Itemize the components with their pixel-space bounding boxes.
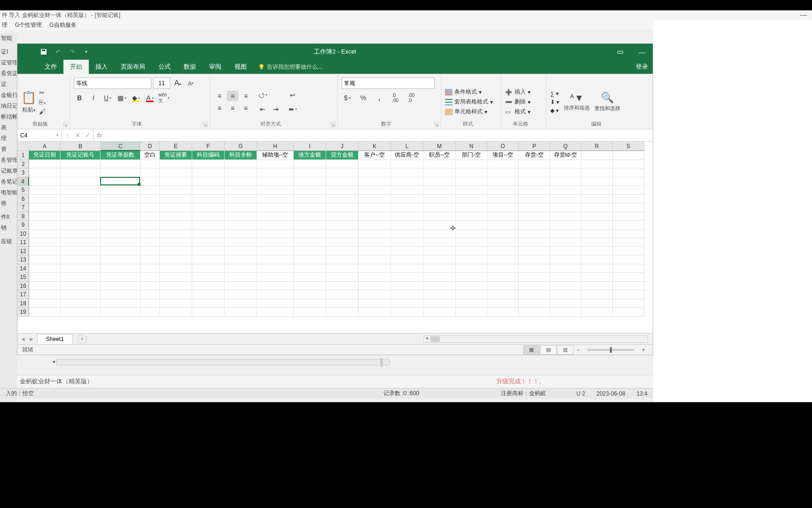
decrease-indent-icon[interactable]: ⇤ <box>257 104 268 114</box>
cell[interactable] <box>61 308 101 317</box>
cell[interactable] <box>359 221 391 230</box>
quick-access-toolbar[interactable]: ↶ ↷ ▾ <box>17 48 90 56</box>
redo-icon[interactable]: ↷ <box>68 48 76 56</box>
number-format-select[interactable] <box>342 78 435 89</box>
cell[interactable] <box>141 290 160 299</box>
cell[interactable] <box>101 186 141 195</box>
cell[interactable] <box>29 160 61 169</box>
cell[interactable] <box>141 203 160 212</box>
number-dialog-icon[interactable]: ↘ <box>434 122 439 127</box>
cell[interactable] <box>101 160 141 169</box>
row-header[interactable]: 14 <box>17 264 29 273</box>
cancel-formula-icon[interactable]: ✕ <box>75 132 80 139</box>
select-all-corner[interactable] <box>17 142 29 151</box>
cell[interactable] <box>61 195 101 204</box>
page-break-view-button[interactable]: ▥ <box>557 345 574 355</box>
cell[interactable] <box>225 186 257 195</box>
cell[interactable] <box>519 282 550 291</box>
cell[interactable] <box>359 230 391 238</box>
cell[interactable] <box>550 290 581 299</box>
ribbon-tab-页面布局[interactable]: 页面布局 <box>114 60 152 74</box>
cell[interactable] <box>294 238 326 247</box>
cell[interactable] <box>294 290 326 299</box>
cell[interactable] <box>29 195 61 204</box>
cell[interactable] <box>581 168 613 177</box>
header-cell[interactable]: 存货id-空 <box>550 151 581 160</box>
cell[interactable] <box>61 238 101 247</box>
cell[interactable] <box>29 273 61 282</box>
cell[interactable] <box>141 273 160 282</box>
cell[interactable] <box>192 273 225 282</box>
cell[interactable] <box>487 282 519 291</box>
cell[interactable] <box>423 186 456 195</box>
column-header[interactable]: R <box>581 142 613 151</box>
align-middle-icon[interactable]: ≡ <box>227 91 238 101</box>
sidebar-item[interactable]: 销 <box>0 222 17 233</box>
cell[interactable] <box>391 177 423 186</box>
bold-button[interactable]: B <box>74 93 85 103</box>
cell[interactable] <box>487 290 519 299</box>
cell[interactable] <box>61 273 101 282</box>
cell[interactable] <box>294 186 326 195</box>
cell[interactable] <box>61 264 101 273</box>
name-box[interactable]: C4▾ <box>17 129 62 141</box>
cell[interactable] <box>192 238 225 247</box>
cell[interactable] <box>519 247 550 256</box>
cell[interactable] <box>192 299 225 308</box>
cell[interactable] <box>192 247 225 256</box>
cell[interactable] <box>550 212 581 221</box>
ribbon-tab-数据[interactable]: 数据 <box>177 60 203 74</box>
row-header[interactable]: 12 <box>17 247 29 256</box>
cell[interactable] <box>326 221 359 230</box>
autosum-button[interactable]: ∑ ▾ <box>550 90 559 97</box>
cell[interactable] <box>192 203 225 212</box>
cell[interactable] <box>487 308 519 317</box>
column-header[interactable]: E <box>160 142 192 151</box>
cell[interactable] <box>581 195 613 204</box>
row-header[interactable]: 10 <box>17 230 29 238</box>
cell[interactable] <box>423 177 456 186</box>
cell[interactable] <box>550 186 581 195</box>
cell[interactable] <box>61 160 101 169</box>
cell[interactable] <box>391 212 423 221</box>
cell[interactable] <box>581 160 613 169</box>
cell[interactable] <box>326 177 359 186</box>
sidebar-item[interactable]: 智能 <box>0 33 17 44</box>
cell[interactable] <box>294 230 326 238</box>
cell[interactable] <box>359 255 391 264</box>
cell[interactable] <box>456 299 487 308</box>
cell[interactable] <box>160 308 192 317</box>
cell[interactable] <box>29 308 61 317</box>
cell[interactable] <box>160 290 192 299</box>
cell[interactable] <box>391 282 423 291</box>
cell[interactable] <box>160 177 192 186</box>
cell[interactable] <box>391 186 423 195</box>
cell[interactable] <box>456 186 487 195</box>
row-header[interactable]: 1 <box>17 151 29 160</box>
column-header[interactable]: B <box>61 142 101 151</box>
cell[interactable] <box>423 221 456 230</box>
cell[interactable] <box>613 273 644 282</box>
cell[interactable] <box>613 168 644 177</box>
cell[interactable] <box>326 273 359 282</box>
cell[interactable] <box>359 203 391 212</box>
insert-cells-button[interactable]: ➕插入 ▾ <box>505 88 531 96</box>
cell[interactable] <box>391 168 423 177</box>
cell[interactable] <box>326 212 359 221</box>
row-header[interactable]: 8 <box>17 212 29 221</box>
cell[interactable] <box>192 255 225 264</box>
cell[interactable] <box>29 177 61 186</box>
cell[interactable] <box>257 160 294 169</box>
row-header[interactable]: 9 <box>17 221 29 230</box>
cell[interactable] <box>359 247 391 256</box>
cell[interactable] <box>225 195 257 204</box>
cell[interactable] <box>101 290 141 299</box>
outer-hscroll-area[interactable] <box>0 355 653 369</box>
cell[interactable] <box>359 299 391 308</box>
cell[interactable] <box>519 230 550 238</box>
cell[interactable] <box>613 230 644 238</box>
cell[interactable] <box>141 264 160 273</box>
cell[interactable] <box>160 238 192 247</box>
cell[interactable] <box>456 168 487 177</box>
cell[interactable] <box>101 168 141 177</box>
